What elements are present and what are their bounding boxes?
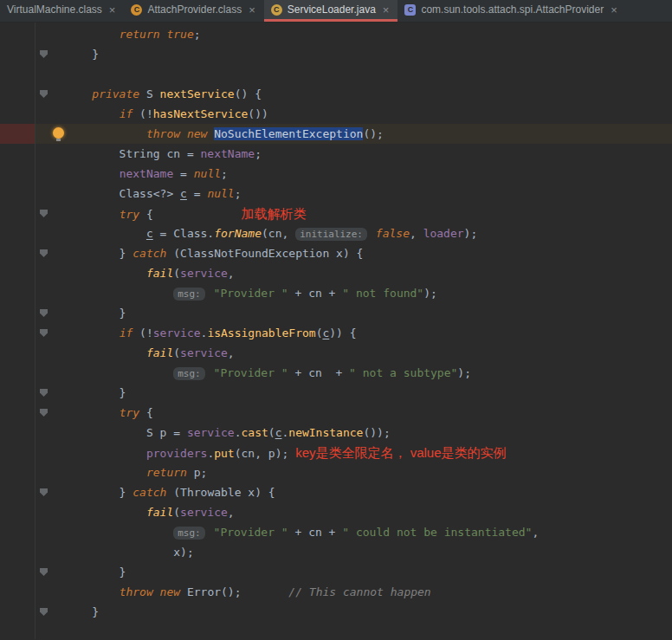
close-icon[interactable]: × xyxy=(109,4,116,16)
code-line[interactable]: String cn = nextName; xyxy=(65,144,672,164)
code-line[interactable] xyxy=(65,64,672,84)
code-line[interactable]: fail(service, xyxy=(65,343,672,363)
code-editor[interactable]: return true; } private S nextService() {… xyxy=(0,23,672,639)
code-token: providers xyxy=(146,447,207,460)
code-line[interactable]: private S nextService() { xyxy=(65,84,672,104)
tab-attachprovider-fqn[interactable]: C com.sun.tools.attach.spi.AttachProvide… xyxy=(397,0,625,22)
code-line[interactable]: try { xyxy=(65,403,672,423)
code-token: fail xyxy=(146,267,173,280)
fold-icon[interactable] xyxy=(40,329,48,337)
code-token: + cn + xyxy=(288,526,343,539)
editor-tab-bar: VirtualMachine.class × C AttachProvider.… xyxy=(0,0,672,23)
code-line[interactable]: throw new Error(); // This cannot happen xyxy=(65,582,672,602)
code-token xyxy=(65,447,146,460)
code-token: ); xyxy=(423,287,437,300)
code-token: private xyxy=(92,87,139,100)
code-line[interactable]: try { 加载解析类 xyxy=(65,204,672,223)
code-line[interactable]: c = Class.forName(cn, initialize: false,… xyxy=(65,223,672,243)
code-line[interactable]: providers.put(cn, p); key是类全限定名， value是类… xyxy=(65,443,672,462)
code-token xyxy=(65,406,120,419)
class-file-icon: C xyxy=(404,4,416,16)
code-line[interactable]: } catch (Throwable x) { xyxy=(65,482,672,502)
code-token: ; xyxy=(235,187,242,200)
code-line[interactable]: throw new NoSuchElementException(); xyxy=(65,124,672,144)
intention-bulb-icon[interactable] xyxy=(53,127,64,139)
code-token xyxy=(207,526,214,539)
code-line[interactable]: nextName = null; xyxy=(65,164,672,184)
code-token: cast xyxy=(242,426,268,439)
tab-serviceloader-java[interactable]: C ServiceLoader.java × xyxy=(264,0,398,22)
code-token: null xyxy=(194,167,221,180)
code-line[interactable]: return p; xyxy=(65,462,672,482)
code-token xyxy=(65,326,120,339)
fold-icon[interactable] xyxy=(40,389,48,397)
code-token: new xyxy=(160,585,180,598)
close-icon[interactable]: × xyxy=(383,4,390,16)
code-token: nextService xyxy=(160,87,235,100)
code-line[interactable]: msg: "Provider " + cn + " could not be i… xyxy=(65,522,672,542)
code-line[interactable]: } catch (ClassNotFoundException x) { xyxy=(65,243,672,263)
code-token: false xyxy=(376,227,410,240)
code-token: service xyxy=(180,267,228,280)
code-token: } xyxy=(65,486,132,499)
code-line[interactable]: S p = service.cast(c.newInstance()); xyxy=(65,423,672,443)
code-line[interactable]: } xyxy=(65,44,672,64)
code-line[interactable]: } xyxy=(65,562,672,582)
fold-icon[interactable] xyxy=(40,309,48,317)
code-line[interactable]: if (!service.isAssignableFrom(c)) { xyxy=(65,323,672,343)
code-token: (cn, p); xyxy=(235,447,295,460)
code-token xyxy=(65,267,146,280)
tab-attachprovider-class[interactable]: C AttachProvider.class × xyxy=(124,0,263,22)
code-token: ); xyxy=(464,227,478,240)
code-token xyxy=(207,287,214,300)
code-token xyxy=(65,107,120,120)
code-token: (Throwable x) { xyxy=(166,486,275,499)
fold-icon[interactable] xyxy=(40,409,48,417)
parameter-hint: msg: xyxy=(173,527,205,540)
close-icon[interactable]: × xyxy=(249,4,255,16)
tab-virtualmachine-class[interactable]: VirtualMachine.class × xyxy=(0,0,124,22)
code-line[interactable]: msg: "Provider " + cn + " not a subtype"… xyxy=(65,363,672,383)
fold-icon[interactable] xyxy=(40,90,48,98)
code-token: if xyxy=(120,107,133,120)
code-line[interactable]: if (!hasNextService()) xyxy=(65,104,672,124)
code-token xyxy=(65,87,92,100)
code-token xyxy=(153,585,160,598)
code-token: = xyxy=(173,167,193,180)
code-token: ; xyxy=(221,167,228,180)
code-line[interactable]: x); xyxy=(65,542,672,562)
code-line[interactable]: Class<?> c = null; xyxy=(65,184,672,204)
code-token: true xyxy=(166,28,193,41)
code-token: "Provider " xyxy=(214,526,288,539)
code-token xyxy=(65,466,146,479)
code-line[interactable]: return true; xyxy=(65,24,672,44)
code-token: c xyxy=(180,187,187,200)
code-line[interactable]: } xyxy=(65,303,672,323)
code-token: if xyxy=(120,326,133,339)
fold-icon[interactable] xyxy=(40,568,48,576)
fold-icon[interactable] xyxy=(40,210,48,217)
code-line[interactable]: msg: "Provider " + cn + " not found"); xyxy=(65,283,672,303)
close-icon[interactable]: × xyxy=(611,4,617,16)
code-area[interactable]: return true; } private S nextService() {… xyxy=(65,24,672,622)
code-token: (ClassNotFoundException x) { xyxy=(166,247,363,260)
code-line[interactable]: } xyxy=(65,602,672,622)
code-token: ( xyxy=(173,346,180,359)
code-token: new xyxy=(187,127,207,140)
code-token: try xyxy=(120,406,139,419)
annotation-note: key是类全限定名， value是类的实例 xyxy=(295,445,506,460)
code-token xyxy=(65,526,173,539)
code-token xyxy=(65,227,146,240)
code-token: throw xyxy=(146,127,180,140)
gutter-divider xyxy=(35,23,36,639)
code-line[interactable]: fail(service, xyxy=(65,502,672,522)
code-line[interactable]: } xyxy=(65,383,672,403)
fold-icon[interactable] xyxy=(40,249,48,257)
code-line[interactable]: fail(service, xyxy=(65,263,672,283)
tab-label: com.sun.tools.attach.spi.AttachProvider xyxy=(421,3,604,16)
code-token: p; xyxy=(187,466,207,479)
code-token: fail xyxy=(146,346,173,359)
fold-icon[interactable] xyxy=(40,50,48,58)
fold-icon[interactable] xyxy=(40,488,48,496)
fold-icon[interactable] xyxy=(40,608,48,616)
